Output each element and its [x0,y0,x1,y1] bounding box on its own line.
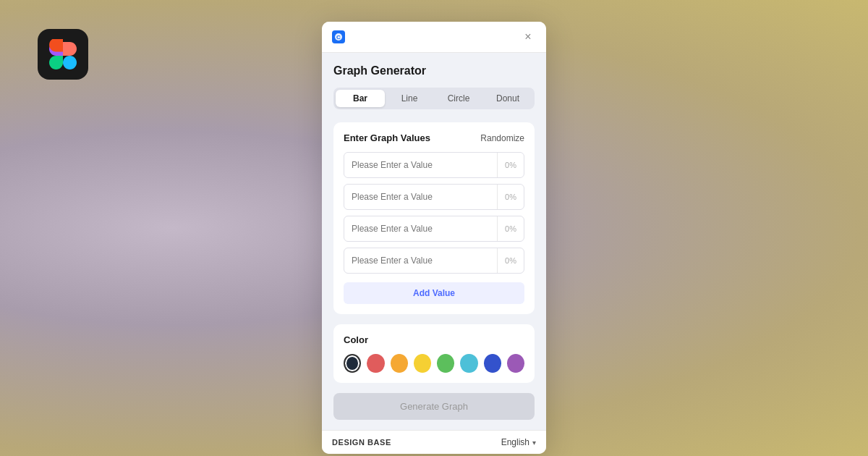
pct-label-4: 0% [497,248,524,273]
generate-button[interactable]: Generate Graph [333,393,535,420]
value-input-3[interactable] [344,218,497,240]
values-header: Enter Graph Values Randomize [344,132,524,143]
color-swatch-0[interactable] [344,354,361,373]
close-button[interactable]: × [520,29,536,45]
title-bar: C × [322,22,546,53]
generate-section: Generate Graph [333,393,535,430]
add-value-button[interactable]: Add Value [344,282,524,304]
color-swatch-4[interactable] [437,354,454,373]
values-label: Enter Graph Values [344,132,430,143]
color-swatch-6[interactable] [484,354,501,373]
pct-label-1: 0% [497,153,524,177]
language-selector[interactable]: English ▾ [501,437,536,447]
figma-logo [38,29,88,80]
modal-heading: Graph Generator [333,64,535,77]
value-input-4[interactable] [344,250,497,271]
language-label: English [501,437,529,447]
tab-circle[interactable]: Circle [434,90,483,107]
color-section: Color [333,324,535,383]
pct-label-3: 0% [497,216,524,241]
pct-label-2: 0% [497,185,524,209]
value-input-1[interactable] [344,154,497,176]
chevron-down-icon: ▾ [532,439,536,447]
footer-brand: DESIGN BASE [332,438,391,447]
value-input-row-4: 0% [344,248,524,274]
modal-body: Graph Generator Bar Line Circle Donut En… [322,53,546,430]
randomize-button[interactable]: Randomize [480,133,524,143]
color-swatch-3[interactable] [414,354,431,373]
tab-bar[interactable]: Bar [336,90,385,107]
color-swatch-2[interactable] [391,354,408,373]
color-swatch-7[interactable] [507,354,524,373]
color-swatch-5[interactable] [460,354,477,373]
tab-donut[interactable]: Donut [483,90,532,107]
values-section: Enter Graph Values Randomize 0% 0% 0% 0%… [333,122,535,314]
modal-footer: DESIGN BASE English ▾ [322,430,546,454]
svg-text:C: C [336,34,341,41]
tab-line[interactable]: Line [385,90,434,107]
color-swatch-1[interactable] [367,354,384,373]
color-swatches [344,354,524,373]
plugin-modal: C × Graph Generator Bar Line Circle Donu… [322,22,546,454]
plugin-icon: C [332,30,345,43]
value-input-row-3: 0% [344,216,524,242]
value-input-2[interactable] [344,186,497,208]
graph-type-tabs: Bar Line Circle Donut [333,88,535,109]
value-input-row-2: 0% [344,184,524,210]
value-input-row-1: 0% [344,152,524,178]
color-label: Color [344,334,524,345]
